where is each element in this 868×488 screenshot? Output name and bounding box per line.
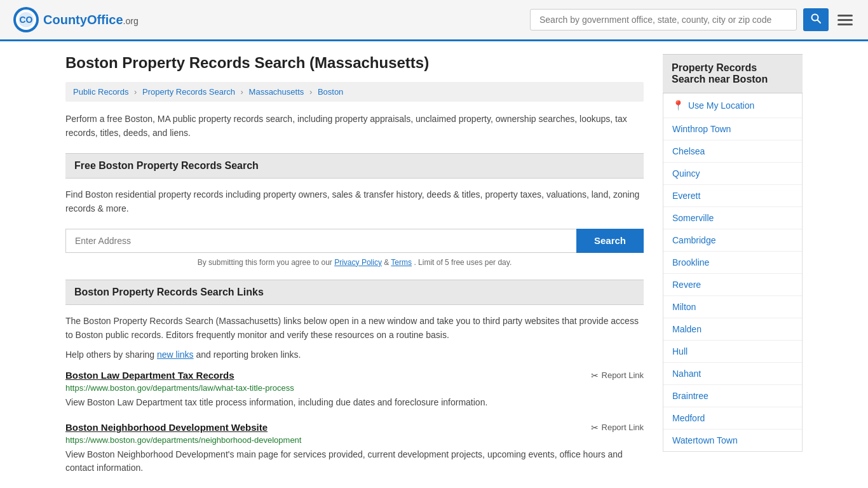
link-title-2[interactable]: Boston Neighborhood Development Website xyxy=(65,422,268,433)
sidebar-item-somerville[interactable]: Somerville xyxy=(663,207,802,229)
link-url-2: https://www.boston.gov/departments/neigh… xyxy=(65,435,644,445)
use-my-location-label: Use My Location xyxy=(688,100,754,111)
link-desc-1: View Boston Law Department tax title pro… xyxy=(65,396,644,409)
link-desc-2: View Boston Neighborhood Development's m… xyxy=(65,448,644,475)
free-search-description: Find Boston residential property records… xyxy=(65,187,644,216)
sidebar-link-everett[interactable]: Everett xyxy=(663,185,802,207)
header-search-input[interactable] xyxy=(530,9,797,30)
svg-text:CO: CO xyxy=(20,15,33,25)
link-item-1-header: Boston Law Department Tax Records ✂ Repo… xyxy=(65,370,644,381)
logo-text: CountyOffice.org xyxy=(43,13,139,27)
sidebar-link-revere[interactable]: Revere xyxy=(663,274,802,295)
svg-line-5 xyxy=(818,20,821,24)
sidebar-link-quincy[interactable]: Quincy xyxy=(663,163,802,184)
disclaimer-ampersand: & xyxy=(384,258,391,267)
report-icon-1: ✂ xyxy=(591,370,599,381)
sidebar-link-brookline[interactable]: Brookline xyxy=(663,252,802,273)
link-item-1: Boston Law Department Tax Records ✂ Repo… xyxy=(65,370,644,409)
sidebar-item-milton[interactable]: Milton xyxy=(663,296,802,318)
new-links-link[interactable]: new links xyxy=(157,349,194,360)
link-url-1: https://www.boston.gov/departments/law/w… xyxy=(65,383,644,393)
sidebar-item-hull[interactable]: Hull xyxy=(663,341,802,363)
sidebar-link-watertown[interactable]: Watertown Town xyxy=(663,430,802,451)
hamburger-menu-button[interactable] xyxy=(835,12,855,28)
report-link-label-1: Report Link xyxy=(602,370,644,380)
terms-link[interactable]: Terms xyxy=(391,258,412,267)
breadcrumb-property-records-search[interactable]: Property Records Search xyxy=(142,87,235,97)
sidebar-item-brookline[interactable]: Brookline xyxy=(663,252,802,274)
sidebar-item-medford[interactable]: Medford xyxy=(663,407,802,430)
share-text-end: and reporting broken links. xyxy=(196,349,301,360)
sidebar-item-everett[interactable]: Everett xyxy=(663,185,802,207)
sidebar-link-nahant[interactable]: Nahant xyxy=(663,363,802,384)
links-section: Boston Property Records Search Links The… xyxy=(65,280,644,475)
links-heading: Boston Property Records Search Links xyxy=(65,280,644,305)
site-header: CO CountyOffice.org xyxy=(0,0,868,41)
breadcrumb-sep-3: › xyxy=(309,87,312,97)
sidebar-item-chelsea[interactable]: Chelsea xyxy=(663,140,802,163)
report-icon-2: ✂ xyxy=(591,423,599,433)
sidebar-item-malden[interactable]: Malden xyxy=(663,318,802,341)
address-input[interactable] xyxy=(65,229,576,253)
sidebar-item-revere[interactable]: Revere xyxy=(663,274,802,296)
breadcrumb-public-records[interactable]: Public Records xyxy=(73,87,128,97)
sidebar-item-braintree[interactable]: Braintree xyxy=(663,385,802,407)
report-link-button-2[interactable]: ✂ Report Link xyxy=(591,423,644,433)
logo-icon: CO xyxy=(13,6,39,33)
sidebar-item-watertown[interactable]: Watertown Town xyxy=(663,430,802,451)
sidebar-link-malden[interactable]: Malden xyxy=(663,318,802,340)
form-disclaimer: By submitting this form you agree to our… xyxy=(65,258,644,267)
link-item-2-header: Boston Neighborhood Development Website … xyxy=(65,422,644,433)
privacy-policy-link[interactable]: Privacy Policy xyxy=(334,258,382,267)
sidebar-link-medford[interactable]: Medford xyxy=(663,407,802,429)
link-item-2: Boston Neighborhood Development Website … xyxy=(65,422,644,475)
breadcrumb-massachusetts[interactable]: Massachusetts xyxy=(249,87,304,97)
main-layout: Boston Property Records Search (Massachu… xyxy=(53,41,815,488)
sidebar-link-braintree[interactable]: Braintree xyxy=(663,385,802,407)
breadcrumb-boston[interactable]: Boston xyxy=(318,87,343,97)
disclaimer-text: By submitting this form you agree to our xyxy=(198,258,332,267)
sidebar-title: Property Records Search near Boston xyxy=(663,54,803,93)
sidebar-item-winthrop[interactable]: Winthrop Town xyxy=(663,118,802,140)
sidebar-item-cambridge[interactable]: Cambridge xyxy=(663,229,802,252)
link-title-1[interactable]: Boston Law Department Tax Records xyxy=(65,370,234,381)
search-icon xyxy=(811,13,821,24)
sidebar-item-nahant[interactable]: Nahant xyxy=(663,363,802,385)
breadcrumb: Public Records › Property Records Search… xyxy=(65,82,644,102)
sidebar: Property Records Search near Boston 📍 Us… xyxy=(663,54,803,487)
sidebar-item-location: 📍 Use My Location xyxy=(663,93,802,118)
hamburger-line-3 xyxy=(837,24,853,25)
logo-area: CO CountyOffice.org xyxy=(13,6,139,33)
header-search-area xyxy=(530,8,855,31)
report-link-label-2: Report Link xyxy=(602,423,644,432)
page-description: Perform a free Boston, MA public propert… xyxy=(65,112,644,140)
links-description: The Boston Property Records Search (Mass… xyxy=(65,314,644,342)
hamburger-line-2 xyxy=(837,19,853,21)
share-text: Help others by sharing new links and rep… xyxy=(65,349,644,360)
share-text-prefix: Help others by sharing xyxy=(65,349,154,360)
free-search-section: Free Boston Property Records Search Find… xyxy=(65,153,644,267)
header-search-button[interactable] xyxy=(803,8,829,31)
sidebar-link-hull[interactable]: Hull xyxy=(663,341,802,362)
breadcrumb-sep-2: › xyxy=(241,87,243,97)
disclaimer-end: . Limit of 5 free uses per day. xyxy=(414,258,512,267)
sidebar-link-milton[interactable]: Milton xyxy=(663,296,802,318)
report-link-button-1[interactable]: ✂ Report Link xyxy=(591,370,644,381)
hamburger-line-1 xyxy=(837,15,853,17)
sidebar-link-chelsea[interactable]: Chelsea xyxy=(663,140,802,162)
sidebar-link-somerville[interactable]: Somerville xyxy=(663,207,802,229)
sidebar-item-quincy[interactable]: Quincy xyxy=(663,163,802,185)
sidebar-link-winthrop[interactable]: Winthrop Town xyxy=(663,118,802,140)
address-search-button[interactable]: Search xyxy=(576,229,644,253)
sidebar-list: 📍 Use My Location Winthrop Town Chelsea … xyxy=(663,93,803,452)
location-pin-icon: 📍 xyxy=(672,100,684,111)
address-form: Search xyxy=(65,229,644,253)
page-title: Boston Property Records Search (Massachu… xyxy=(65,54,644,72)
breadcrumb-sep-1: › xyxy=(134,87,137,97)
use-my-location-button[interactable]: 📍 Use My Location xyxy=(663,93,802,118)
free-search-heading: Free Boston Property Records Search xyxy=(65,153,644,179)
sidebar-link-cambridge[interactable]: Cambridge xyxy=(663,229,802,251)
content-area: Boston Property Records Search (Massachu… xyxy=(65,54,644,487)
